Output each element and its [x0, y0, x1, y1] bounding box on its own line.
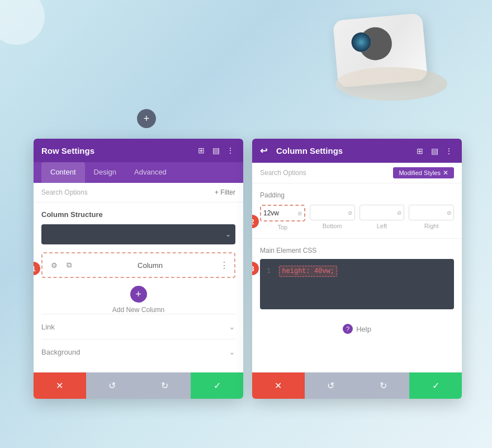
column-structure-select[interactable]: ⌄: [41, 224, 235, 244]
link-left-icon[interactable]: ⊘: [395, 210, 404, 216]
padding-top-wrap: ⊘ Top: [260, 205, 305, 230]
padding-bottom-input-group[interactable]: ⊘: [310, 205, 355, 220]
filter-button[interactable]: + Filter: [215, 188, 235, 196]
padding-left-input[interactable]: [360, 205, 395, 220]
col-columns-icon[interactable]: ▤: [429, 146, 439, 156]
padding-left-wrap: ⊘ Left: [359, 205, 405, 230]
column-settings-header: ↩ Column Settings ⊞ ▤ ⋮: [252, 139, 462, 163]
help-icon: ?: [343, 324, 353, 334]
css-line-number: 1: [267, 267, 271, 275]
column-row: ⚙ ⧉ Column ⋮: [41, 252, 235, 278]
padding-top-label: Top: [278, 224, 288, 230]
padding-right-input-group[interactable]: ⊘: [409, 205, 454, 220]
link-bottom-icon[interactable]: ⊘: [346, 210, 354, 216]
css-property: height: 40vw;: [282, 267, 334, 275]
link-title: Link: [41, 323, 55, 331]
background-title: Background: [41, 348, 80, 356]
row-settings-panel: 1 Row Settings ⊞ ▤ ⋮ Content Design Adva…: [34, 139, 243, 399]
link-accordion: Link ⌄: [41, 314, 235, 339]
padding-label: Padding: [260, 191, 454, 199]
right-panel-footer: ✕ ↺ ↻ ✓: [252, 372, 462, 399]
tab-design[interactable]: Design: [85, 162, 125, 183]
panel-title: Row Settings: [41, 146, 94, 155]
link-top-icon[interactable]: ⊘: [295, 210, 304, 216]
add-section-button[interactable]: +: [137, 109, 156, 128]
column-menu-icon[interactable]: ⋮: [220, 260, 229, 271]
select-arrow-icon: ⌄: [225, 230, 231, 238]
link-accordion-header[interactable]: Link ⌄: [41, 322, 235, 331]
padding-bottom-wrap: ⊘ Bottom: [310, 205, 355, 230]
padding-fields-grid: ⊘ Top ⊘ Bottom ⊘: [260, 205, 454, 230]
panel-body: Column Structure ⌄ ⚙ ⧉ Column ⋮ + Add Ne…: [34, 202, 243, 372]
duplicate-icon[interactable]: ⧉: [63, 259, 75, 271]
css-code-line: height: 40vw;: [279, 266, 337, 277]
padding-left-input-group[interactable]: ⊘: [359, 205, 405, 220]
redo-button[interactable]: ↻: [139, 372, 191, 399]
padding-top-input-group[interactable]: ⊘: [260, 205, 305, 221]
col-resize-icon[interactable]: ⊞: [415, 146, 425, 156]
col-redo-button[interactable]: ↻: [357, 372, 410, 399]
col-panel-title: Column Settings: [276, 146, 343, 155]
save-button[interactable]: ✓: [191, 372, 243, 399]
col-more-icon[interactable]: ⋮: [444, 146, 454, 156]
row-settings-header: Row Settings ⊞ ▤ ⋮: [34, 139, 243, 162]
cancel-button[interactable]: ✕: [34, 372, 86, 399]
column-structure-title: Column Structure: [41, 210, 235, 219]
link-right-icon[interactable]: ⊘: [444, 210, 453, 216]
resize-icon[interactable]: ⊞: [196, 145, 206, 155]
more-icon[interactable]: ⋮: [225, 145, 235, 155]
css-section-label: Main Element CSS: [260, 247, 454, 254]
col-undo-button[interactable]: ↺: [305, 372, 357, 399]
padding-right-input[interactable]: [409, 205, 444, 220]
css-section: Main Element CSS 1 height: 40vw;: [252, 239, 462, 317]
css-editor[interactable]: 1 height: 40vw;: [260, 259, 454, 309]
search-placeholder: Search Options: [41, 188, 215, 196]
padding-bottom-input[interactable]: [310, 205, 346, 220]
col-header-icons: ⊞ ▤ ⋮: [415, 146, 454, 156]
background-accordion: Background ⌄: [41, 339, 235, 364]
column-label: Column: [81, 261, 220, 270]
help-label[interactable]: Help: [356, 325, 371, 333]
padding-right-wrap: ⊘ Right: [409, 205, 454, 230]
column-action-icons: ⚙ ⧉: [48, 259, 75, 271]
select-bar: [41, 224, 235, 244]
tab-advanced[interactable]: Advanced: [125, 162, 176, 183]
padding-left-label: Left: [377, 223, 387, 229]
add-column-label: Add New Column: [112, 306, 164, 314]
bg-accordion-header[interactable]: Background ⌄: [41, 347, 235, 356]
undo-button[interactable]: ↺: [86, 372, 139, 399]
col-save-button[interactable]: ✓: [409, 372, 462, 399]
col-header-title-group: ↩ Column Settings: [260, 145, 343, 156]
link-chevron-icon: ⌄: [229, 322, 235, 331]
settings-icon[interactable]: ⚙: [48, 259, 60, 271]
col-cancel-button[interactable]: ✕: [252, 372, 305, 399]
help-section: ? Help: [252, 317, 462, 341]
padding-section: Padding ⊘ Top ⊘ Bottom: [252, 183, 462, 239]
back-arrow-icon[interactable]: ↩: [260, 145, 267, 156]
modified-close-icon[interactable]: ✕: [443, 169, 448, 177]
left-panel-footer: ✕ ↺ ↻ ✓: [34, 372, 243, 399]
panels-container: 1 Row Settings ⊞ ▤ ⋮ Content Design Adva…: [34, 139, 462, 399]
modified-styles-badge[interactable]: Modified Styles ✕: [393, 167, 454, 178]
add-column-area: + Add New Column: [41, 286, 235, 314]
add-column-button[interactable]: +: [130, 286, 147, 303]
padding-right-label: Right: [424, 223, 439, 229]
col-search-placeholder: Search Options: [260, 169, 306, 177]
panel-tabs: Content Design Advanced: [34, 162, 243, 183]
bg-chevron-icon: ⌄: [229, 347, 235, 356]
padding-top-input[interactable]: [261, 206, 295, 220]
col-search-bar: Search Options Modified Styles ✕: [252, 163, 462, 183]
deco-plate: [335, 67, 447, 101]
tab-content[interactable]: Content: [41, 162, 85, 183]
padding-bottom-label: Bottom: [323, 223, 342, 229]
search-bar: Search Options + Filter: [34, 183, 243, 202]
spacer: [252, 341, 462, 372]
header-icons: ⊞ ▤ ⋮: [196, 145, 235, 155]
columns-icon[interactable]: ▤: [211, 145, 221, 155]
column-settings-panel: 2 3 ↩ Column Settings ⊞ ▤ ⋮ Search Optio…: [252, 139, 462, 399]
